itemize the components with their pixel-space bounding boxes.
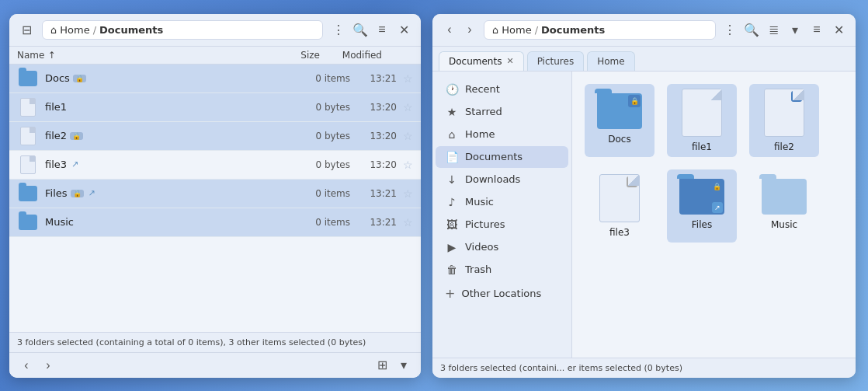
starred-icon: ★ [445,106,459,118]
star-button-file1[interactable]: ☆ [403,101,413,113]
menu-button[interactable]: ⋮ [329,20,348,39]
grid-view-button[interactable]: ⊞ [373,356,391,375]
list-item[interactable]: 🔒 Docs [585,84,654,157]
music-icon: ♪ [445,196,459,208]
file-name-file1: file1 [45,101,288,113]
right-close-button[interactable]: ✕ [829,20,848,39]
folder-icon [17,183,39,204]
sidebar-item-other[interactable]: + Other Locations [436,281,568,305]
sidebar-label-documents: Documents [465,151,523,162]
star-button-files[interactable]: ☆ [403,187,413,200]
right-hamburger-button[interactable]: ≡ [807,20,826,39]
right-chevron-button[interactable]: ▾ [786,20,804,39]
view-chevron-button[interactable]: ▾ [394,356,413,375]
sidebar-label-starred: Starred [465,106,502,117]
sidebar-item-home[interactable]: ⌂ Home [436,124,568,145]
right-forward-button[interactable]: › [460,20,479,39]
close-button[interactable]: ✕ [394,20,413,39]
name-column-header[interactable]: Name ↑ [17,50,258,61]
sidebar-item-recent[interactable]: 🕐 Recent [436,79,568,100]
sidebar-item-trash[interactable]: 🗑 Trash [436,259,568,281]
sidebar-toggle-button[interactable]: ⊟ [17,20,36,39]
sidebar-label-downloads: Downloads [465,173,520,185]
right-file-grid: 🔒 Docs file1 🔒 file2 ↗ [572,72,856,358]
search-button[interactable]: 🔍 [351,20,370,39]
grid-label-music: Music [771,219,797,230]
left-breadcrumb-home[interactable]: Home [60,24,89,36]
list-item[interactable]: 🔒 file2 [749,84,819,157]
right-breadcrumb-home[interactable]: Home [502,24,531,36]
file-name-file3: file3 ↗ [45,159,288,170]
table-row[interactable]: Music 0 items 13:21 ☆ [9,208,421,237]
star-button-file3[interactable]: ☆ [403,159,413,171]
right-breadcrumb-current: Documents [541,24,605,36]
videos-icon: ▶ [445,241,459,253]
view-buttons: ⊞ ▾ [373,356,413,375]
right-titlebar-actions: ⋮ 🔍 ≣ ▾ ≡ ✕ [720,20,848,39]
lock-badge: 🔒 [710,180,723,193]
list-item[interactable]: ↗ file3 [585,169,654,243]
folder-icon-docs: 🔒 [595,89,644,129]
right-back-button[interactable]: ‹ [440,20,459,39]
tab-pictures[interactable]: Pictures [527,51,585,71]
star-button-docs[interactable]: ☆ [403,72,413,85]
doc-icon [17,96,39,118]
modified-column-header[interactable]: Modified [320,50,382,61]
sidebar-label-home: Home [465,128,495,140]
sidebar-item-music[interactable]: ♪ Music [436,191,568,213]
tab-documents[interactable]: Documents ✕ [439,51,524,71]
documents-icon: 📄 [445,151,459,163]
sidebar-item-documents[interactable]: 📄 Documents [436,146,568,168]
star-button-file2[interactable]: ☆ [403,130,413,142]
folder-icon-files: 🔒 ↗ [677,174,727,215]
list-item[interactable]: Music [749,169,819,243]
hamburger-button[interactable]: ≡ [373,20,391,39]
forward-button[interactable]: › [39,356,57,375]
arrow-badge: ↗ [712,202,723,213]
left-file-list: Docs 🔒 0 items 13:21 ☆ file1 0 bytes 13:… [9,65,421,332]
list-item[interactable]: 🔒 ↗ Files [667,169,737,243]
size-column-header[interactable]: Size [258,50,320,61]
list-item[interactable]: file1 [667,84,737,157]
table-row[interactable]: file1 0 bytes 13:20 ☆ [9,93,421,122]
sidebar-item-downloads[interactable]: ↓ Downloads [436,169,568,190]
left-statusbar: 3 folders selected (containing a total o… [9,332,421,352]
file-time-docs: 13:21 [350,73,397,84]
sidebar-item-pictures[interactable]: 🖼 Pictures [436,214,568,236]
table-row[interactable]: Files 🔒 ↗ 0 items 13:21 ☆ [9,180,421,208]
lock-badge: 🔒 [791,91,802,102]
pictures-icon: 🖼 [445,218,459,231]
lock-badge: 🔒 [73,75,86,82]
file-size-files: 0 items [288,188,350,199]
sidebar-item-starred[interactable]: ★ Starred [436,101,568,123]
file-time-files: 13:21 [350,188,397,199]
sidebar-label-music: Music [465,196,494,208]
left-breadcrumb: ⌂ Home / Documents [42,20,323,40]
star-button-music[interactable]: ☆ [403,216,413,229]
sidebar-label-other: Other Locations [461,288,541,299]
arrow-badge: ↗ [627,176,637,187]
left-nav-buttons: ‹ › [17,356,57,375]
doc-icon [17,125,39,147]
right-menu-button[interactable]: ⋮ [720,20,739,39]
right-titlebar: ‹ › ⌂ Home / Documents ⋮ 🔍 ≣ ▾ ≡ ✕ [432,14,856,47]
table-row[interactable]: file3 ↗ 0 bytes 13:20 ☆ [9,151,421,180]
file-size-file2: 0 bytes [288,131,350,141]
grid-label-files: Files [692,219,712,230]
back-button[interactable]: ‹ [17,356,36,375]
table-row[interactable]: Docs 🔒 0 items 13:21 ☆ [9,65,421,93]
sidebar-item-videos[interactable]: ▶ Videos [436,236,568,258]
file-time-file3: 13:20 [350,159,397,170]
right-list-button[interactable]: ≣ [764,20,783,39]
file-name-file2: file2 🔒 [45,130,288,141]
tab-home[interactable]: Home [587,51,634,71]
file-name-docs: Docs 🔒 [45,72,288,84]
right-search-button[interactable]: 🔍 [742,20,761,39]
table-row[interactable]: file2 🔒 0 bytes 13:20 ☆ [9,122,421,151]
lock-badge: 🔒 [628,95,641,107]
right-sidebar: 🕐 Recent ★ Starred ⌂ Home 📄 Documents ↓ … [432,72,572,358]
right-panel: ‹ › ⌂ Home / Documents ⋮ 🔍 ≣ ▾ ≡ ✕ Docum… [432,14,856,378]
sidebar-label-recent: Recent [465,83,500,95]
tab-close-documents[interactable]: ✕ [506,56,513,66]
recent-icon: 🕐 [445,83,459,96]
